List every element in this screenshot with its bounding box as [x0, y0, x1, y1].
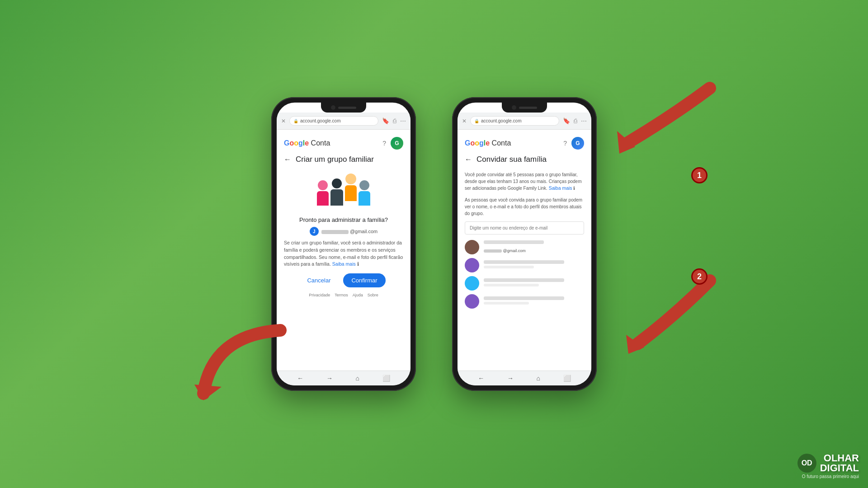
phone-screen-1: ✕ 🔒 account.google.com 🔖 ⎙ ⋯: [277, 103, 410, 385]
footer-help[interactable]: Ajuda: [353, 293, 363, 297]
confirm-button-1[interactable]: Confirmar: [343, 273, 385, 287]
conta-text-1: Conta: [311, 139, 330, 147]
header-icons-2: ? G: [563, 137, 584, 150]
arrow-right-1-svg: [583, 79, 719, 169]
saiba-mais-2[interactable]: Saiba mais: [549, 185, 572, 191]
contact-item-3[interactable]: [465, 276, 584, 291]
person-4: [359, 180, 370, 206]
user-row-1: J @gmail.com: [284, 227, 403, 236]
nav-home-1[interactable]: ⌂: [356, 375, 359, 382]
bookmark-icon-2[interactable]: 🔖: [563, 117, 570, 124]
contact-name-blur-2: [484, 260, 564, 264]
phone-notch-2: [502, 103, 547, 113]
page-title-row-2: ← Convidar sua família: [465, 155, 584, 164]
cancel-button-1[interactable]: Cancelar: [302, 273, 336, 287]
arrow-right-1: [583, 79, 719, 171]
phone-screen-2: ✕ 🔒 account.google.com 🔖 ⎙ ⋯: [458, 103, 591, 385]
footer-about[interactable]: Sobre: [368, 293, 378, 297]
footer-privacy[interactable]: Privacidade: [309, 293, 330, 297]
lock-icon-1: 🔒: [293, 119, 298, 123]
back-arrow-2[interactable]: ←: [465, 155, 472, 164]
phone-notch-1: [321, 103, 366, 113]
person-2: [330, 178, 343, 206]
page-content-1: Google Conta ? G ← Criar um grupo famili…: [277, 130, 410, 371]
share-icon-2[interactable]: ⎙: [574, 117, 577, 124]
header-icons-1: ? G: [382, 137, 403, 150]
arrow-left: [167, 321, 294, 404]
browser-actions-1: 🔖 ⎙ ⋯: [382, 117, 406, 124]
contact-name-blur-4: [484, 296, 564, 300]
watermark-text-block: OLHAR DIGITAL: [820, 453, 859, 473]
browser-url-2[interactable]: 🔒 account.google.com: [470, 116, 559, 126]
badge-1: 1: [691, 167, 708, 183]
page-title-1: Criar um grupo familiar: [296, 155, 374, 164]
more-icon-1[interactable]: ⋯: [400, 117, 406, 124]
email-blur-1: [321, 230, 349, 234]
help-icon-2[interactable]: ?: [563, 140, 567, 147]
nav-back-2[interactable]: ←: [478, 375, 484, 382]
nav-forward-2[interactable]: →: [507, 375, 514, 382]
back-arrow-1[interactable]: ←: [284, 155, 291, 164]
contact-info-4: [484, 296, 584, 306]
phone-frame-2: ✕ 🔒 account.google.com 🔖 ⎙ ⋯: [452, 97, 597, 391]
contact-name-blur-3: [484, 278, 564, 282]
contact-info-1: @gmail.com: [484, 240, 584, 254]
browser-bar-1: ✕ 🔒 account.google.com 🔖 ⎙ ⋯: [277, 113, 410, 130]
browser-bar-2: ✕ 🔒 account.google.com 🔖 ⎙ ⋯: [458, 113, 591, 130]
person-3: [345, 174, 357, 201]
invite-desc-2: As pessoas que você convida para o grupo…: [465, 197, 584, 217]
page-title-2: Convidar sua família: [476, 155, 547, 164]
description-1: Se criar um grupo familiar, você será o …: [284, 239, 403, 268]
url-text-2: account.google.com: [481, 118, 522, 123]
avatar-2[interactable]: G: [571, 137, 584, 150]
lock-icon-2: 🔒: [474, 119, 479, 123]
contact-item-1[interactable]: @gmail.com: [465, 240, 584, 254]
contact-info-2: [484, 260, 584, 270]
google-header-1: Google Conta ? G: [284, 137, 403, 150]
browser-url-1[interactable]: 🔒 account.google.com: [289, 116, 378, 126]
info-icon-1: ℹ: [357, 261, 359, 267]
arrow-left-svg: [167, 321, 294, 403]
nav-tabs-2[interactable]: ⬜: [563, 375, 571, 382]
email-suffix-1: @gmail.com: [350, 229, 377, 234]
google-logo-2: Google Conta: [465, 139, 511, 147]
phone-1: ✕ 🔒 account.google.com 🔖 ⎙ ⋯: [271, 97, 416, 391]
watermark-logo: OD OLHAR DIGITAL: [797, 453, 859, 473]
watermark-subtitle: O futuro passa primeiro aqui: [797, 474, 859, 479]
bookmark-icon-1[interactable]: 🔖: [382, 117, 389, 124]
badge-2: 2: [691, 268, 708, 285]
google-header-2: Google Conta ? G: [465, 137, 584, 150]
nav-tabs-1[interactable]: ⬜: [382, 375, 390, 382]
search-input-2[interactable]: [465, 221, 584, 235]
help-icon-1[interactable]: ?: [382, 140, 386, 147]
nav-back-1[interactable]: ←: [297, 375, 303, 382]
avatar-1[interactable]: G: [391, 137, 403, 150]
nav-home-2[interactable]: ⌂: [537, 375, 540, 382]
footer-terms[interactable]: Termos: [335, 293, 348, 297]
browser-close-2[interactable]: ✕: [462, 118, 467, 124]
contact-email-1: @gmail.com: [484, 249, 526, 253]
browser-close-1[interactable]: ✕: [281, 118, 286, 124]
url-text-1: account.google.com: [300, 118, 341, 123]
watermark: OD OLHAR DIGITAL O futuro passa primeiro…: [797, 453, 859, 479]
phone-speaker-1: [338, 107, 356, 109]
contact-info-3: [484, 278, 584, 288]
saiba-mais-1[interactable]: Saiba mais: [332, 261, 356, 267]
bottom-bar-2: ← → ⌂ ⬜: [458, 371, 591, 385]
contact-sub-blur-2: [484, 266, 534, 268]
phone-speaker-2: [519, 107, 537, 109]
ready-text: Pronto para administrar a família?: [284, 216, 403, 223]
contact-avatar-3: [465, 276, 479, 291]
contact-item-2[interactable]: [465, 258, 584, 272]
watermark-circle: OD: [797, 454, 816, 473]
page-content-2: Google Conta ? G ← Convidar sua família: [458, 130, 591, 371]
nav-forward-1[interactable]: →: [326, 375, 333, 382]
info-icon-2: ℹ: [573, 186, 575, 191]
phone-2: ✕ 🔒 account.google.com 🔖 ⎙ ⋯: [452, 97, 597, 391]
google-logo-1: Google Conta: [284, 139, 330, 147]
share-icon-1[interactable]: ⎙: [393, 117, 396, 124]
contact-avatar-1: [465, 240, 479, 254]
contact-item-4[interactable]: [465, 294, 584, 309]
contact-sub-blur-3: [484, 284, 539, 286]
illustration-1: [284, 171, 403, 212]
